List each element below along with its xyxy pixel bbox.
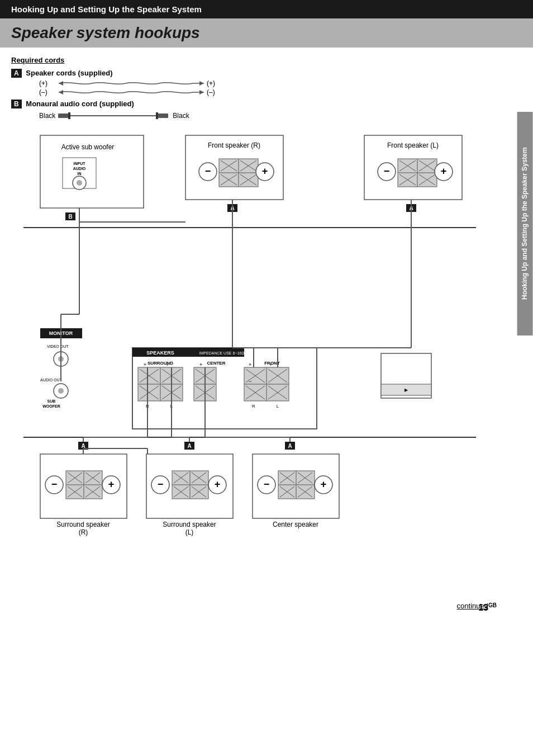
svg-text:B: B — [68, 214, 72, 220]
svg-text:+: + — [321, 479, 327, 490]
svg-text:▶: ▶ — [404, 388, 408, 393]
svg-text:Front speaker (L): Front speaker (L) — [387, 141, 439, 149]
svg-text:A: A — [288, 443, 292, 449]
svg-marker-2 — [59, 90, 63, 94]
svg-rect-4 — [58, 114, 68, 118]
cord-a-label: A Speaker cords (supplied) — [11, 69, 522, 78]
svg-text:+: + — [166, 362, 169, 367]
svg-rect-7 — [156, 112, 158, 119]
svg-text:Surround speaker: Surround speaker — [56, 521, 110, 528]
cord-b-black-right: Black — [173, 112, 189, 120]
svg-text:−: − — [205, 166, 211, 177]
header-title: Hooking Up and Setting Up the Speaker Sy… — [11, 4, 202, 14]
svg-text:−: − — [158, 479, 164, 490]
required-cords-title: Required cords — [11, 56, 522, 64]
continued-text: continued — [11, 602, 522, 610]
svg-text:VIDEO OUT: VIDEO OUT — [47, 344, 69, 348]
cord-b-wire — [58, 110, 170, 121]
cord-b-section: B Monaural audio cord (supplied) Black B… — [11, 100, 522, 121]
cord-a-minus-wire — [59, 88, 204, 96]
svg-text:(R): (R) — [79, 528, 88, 536]
svg-text:AUDIO: AUDIO — [73, 167, 86, 171]
cord-a-minus-right: (–) — [207, 88, 226, 96]
top-header: Hooking Up and Setting Up the Speaker Sy… — [0, 0, 533, 18]
diagram-area: Active sub woofer INPUT AUDIO IN B Front… — [23, 130, 510, 590]
page-number: 13GB — [478, 602, 497, 613]
cord-b-illustration: Black Black — [39, 110, 522, 121]
svg-point-16 — [77, 180, 82, 186]
svg-text:−: − — [384, 166, 390, 177]
svg-text:AUDIO OUT: AUDIO OUT — [40, 378, 63, 382]
svg-text:−: − — [264, 479, 270, 490]
cord-a-section: A Speaker cords (supplied) (+) (+) — [11, 69, 522, 96]
cord-b-label: B Monaural audio cord (supplied) — [11, 100, 522, 108]
svg-text:+: + — [262, 166, 268, 177]
svg-point-110 — [58, 388, 64, 394]
svg-text:SPEAKERS: SPEAKERS — [146, 350, 174, 356]
svg-text:Active sub woofer: Active sub woofer — [61, 143, 115, 151]
main-content: Required cords A Speaker cords (supplied… — [0, 53, 533, 621]
cord-b-black-left: Black — [39, 112, 55, 120]
svg-text:L: L — [277, 404, 279, 409]
svg-text:+: + — [441, 166, 447, 177]
cord-a-plus-left: (+) — [39, 79, 59, 87]
svg-text:CENTER: CENTER — [207, 361, 226, 366]
svg-text:A: A — [187, 443, 191, 449]
svg-rect-5 — [68, 112, 70, 119]
svg-text:R: R — [252, 404, 255, 409]
cord-a-minus-left: (–) — [39, 88, 59, 96]
svg-text:SUB: SUB — [47, 399, 56, 403]
svg-text:(L): (L) — [185, 528, 194, 536]
svg-text:Front speaker (R): Front speaker (R) — [208, 141, 260, 149]
svg-text:IN: IN — [78, 172, 82, 176]
svg-marker-0 — [59, 81, 63, 86]
svg-text:−: − — [51, 479, 58, 490]
svg-text:Surround speaker: Surround speaker — [163, 521, 216, 528]
svg-text:Center speaker: Center speaker — [273, 521, 318, 528]
svg-text:+: + — [144, 362, 146, 367]
title-bar: Speaker system hookups — [0, 18, 533, 48]
svg-text:+: + — [249, 362, 251, 367]
cord-a-illustration: (+) (+) (–) — [39, 79, 522, 96]
svg-text:+: + — [215, 479, 221, 490]
svg-text:IMPEDANCE USE 8~16Ω: IMPEDANCE USE 8~16Ω — [199, 351, 245, 355]
cord-a-plus-wire — [59, 79, 204, 87]
cord-b-badge: B — [11, 100, 22, 108]
cord-a-plus-right: (+) — [207, 79, 226, 87]
svg-text:SURROUND: SURROUND — [147, 361, 173, 366]
svg-text:WOOFER: WOOFER — [42, 404, 60, 408]
svg-marker-1 — [199, 81, 204, 86]
page-title: Speaker system hookups — [11, 24, 522, 42]
svg-rect-8 — [158, 114, 168, 118]
required-cords-section: Required cords A Speaker cords (supplied… — [11, 56, 522, 121]
svg-text:+: + — [199, 362, 202, 367]
svg-marker-3 — [199, 90, 204, 94]
svg-text:+: + — [108, 479, 115, 490]
svg-text:−: − — [249, 379, 251, 384]
svg-text:INPUT: INPUT — [74, 162, 86, 166]
svg-text:+: + — [269, 362, 272, 367]
main-diagram-svg: Active sub woofer INPUT AUDIO IN B Front… — [23, 130, 504, 588]
cord-a-badge: A — [11, 69, 22, 78]
